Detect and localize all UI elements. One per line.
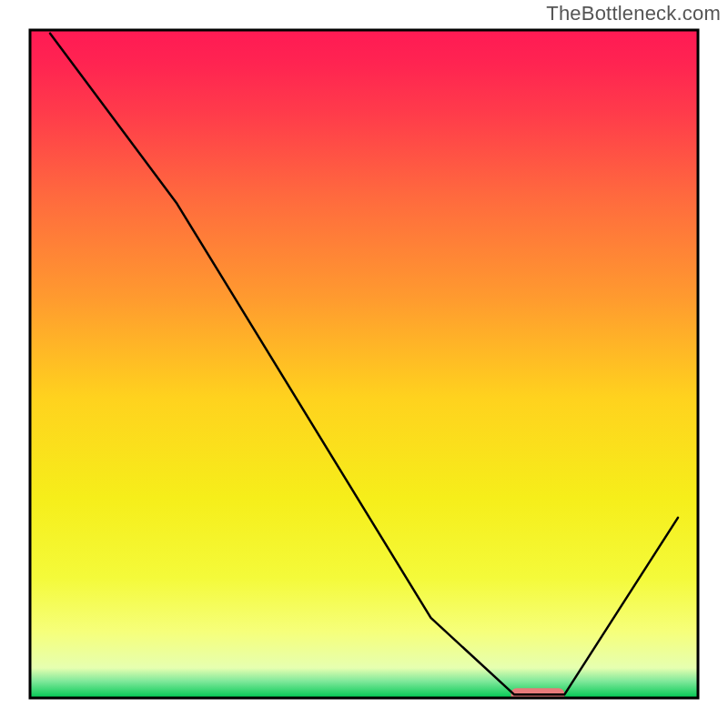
bottleneck-chart (0, 0, 728, 728)
watermark-text: TheBottleneck.com (546, 2, 721, 25)
chart-frame: TheBottleneck.com (0, 0, 728, 728)
gradient-background (30, 30, 698, 698)
